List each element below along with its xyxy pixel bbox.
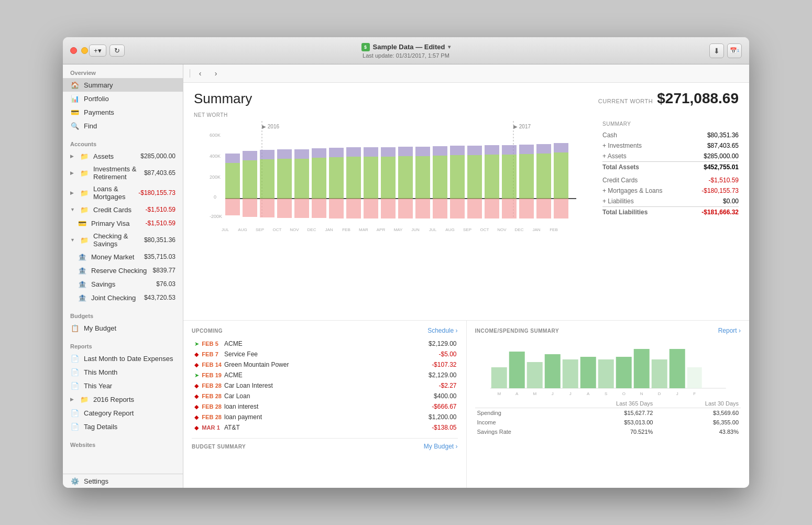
sidebar-item-this-month[interactable]: 📄 This Month <box>63 365 183 379</box>
svg-rect-38 <box>381 147 396 157</box>
svg-rect-61 <box>519 154 534 199</box>
svg-rect-66 <box>536 199 551 218</box>
sidebar-item-savings[interactable]: 🏦 Savings $76.03 <box>63 277 183 291</box>
sidebar-item-label: My Budget <box>84 324 175 332</box>
portfolio-icon: 📊 <box>70 94 80 103</box>
summary-header: Summary CURRENT WORTH $271,088.69 <box>183 83 749 112</box>
sidebar-item-settings-label: Settings <box>84 477 175 485</box>
net-worth-chart: NET WORTH ▶ 2016 ▶ 2017 600K 400K 200K <box>194 112 592 315</box>
svg-rect-52 <box>467 155 482 199</box>
col-header: Last 30 Days <box>655 399 741 408</box>
svg-rect-29 <box>329 148 344 157</box>
income-table: Last 365 Days Last 30 Days Spending $15,… <box>475 399 741 436</box>
summary-icon: 🏠 <box>70 80 80 90</box>
calendar-button[interactable]: 📅1 <box>727 43 742 58</box>
sidebar-item-portfolio[interactable]: 📊 Portfolio <box>63 92 183 105</box>
sidebar-item-label: Credit Cards <box>93 206 141 214</box>
svg-rect-25 <box>312 158 326 199</box>
row-value: $452,755.01 <box>687 162 739 173</box>
nav-back-button[interactable]: ‹ <box>194 68 206 79</box>
close-button[interactable] <box>70 47 77 54</box>
summary-label: SUMMARY <box>602 121 739 127</box>
sidebar-item-investments[interactable]: ▶ 📁 Investments & Retirement $87,403.65 <box>63 163 183 183</box>
svg-text:OCT: OCT <box>273 227 282 232</box>
sidebar-item-settings[interactable]: ⚙️ Settings <box>63 474 183 488</box>
refresh-button[interactable]: ↻ <box>109 45 125 57</box>
svg-rect-54 <box>467 199 482 218</box>
sidebar-item-assets[interactable]: ▶ 📁 Assets $285,000.00 <box>63 149 183 163</box>
table-row: ◆ FEB 28 Car Loan $400.00 <box>192 391 458 401</box>
sidebar-item-summary[interactable]: 🏠 Summary <box>63 78 183 92</box>
svg-text:DEC: DEC <box>308 227 316 232</box>
net-worth-label: NET WORTH <box>194 112 592 118</box>
sidebar-item-loans[interactable]: ▶ 📁 Loans & Mortgages -$180,155.73 <box>63 183 183 203</box>
sidebar-item-reserve-checking[interactable]: 🏦 Reserve Checking $839.77 <box>63 264 183 277</box>
svg-text:SEP: SEP <box>256 227 264 232</box>
savings-value: $76.03 <box>156 280 175 288</box>
schedule-link[interactable]: Schedule › <box>427 327 457 334</box>
svg-text:S: S <box>605 391 607 396</box>
checking-savings-value: $80,351.36 <box>144 236 175 244</box>
content-area: ‹ › Summary CURRENT WORTH $271,088.69 NE… <box>183 64 749 488</box>
report-icon: 📄 <box>70 354 80 363</box>
month-label: FEB <box>202 393 213 399</box>
month-label: MAR <box>202 424 215 431</box>
sidebar-item-category-report[interactable]: 📄 Category Report <box>63 406 183 420</box>
svg-rect-23 <box>294 149 309 159</box>
sidebar-item-primary-visa[interactable]: 💳 Primary Visa -$1,510.59 <box>63 216 183 230</box>
report-link[interactable]: Report › <box>718 327 741 334</box>
title-dropdown-icon[interactable]: ▾ <box>448 44 451 50</box>
svg-rect-32 <box>346 147 361 157</box>
sidebar-item-find[interactable]: 🔍 Find <box>63 119 183 133</box>
svg-rect-13 <box>243 160 257 199</box>
budgets-section-label: Budgets <box>63 308 183 321</box>
svg-text:NOV: NOV <box>290 227 299 232</box>
update-bar: Last update: 01/31/2017, 1:57 PM <box>363 52 449 59</box>
amount-cell: -$666.67 <box>385 401 458 412</box>
sidebar-item-label: Money Market <box>91 253 140 261</box>
primary-visa-icon: 💳 <box>78 218 87 228</box>
svg-text:0: 0 <box>214 194 216 200</box>
row-value: -$1,510.59 <box>687 172 739 185</box>
investments-icon: 📁 <box>80 168 89 178</box>
svg-text:400K: 400K <box>210 154 221 159</box>
svg-rect-45 <box>415 199 430 218</box>
expand-arrow-icon: ▶ <box>70 190 75 195</box>
download-button[interactable]: ⬇ <box>709 43 724 58</box>
row-label: Spending <box>475 408 562 418</box>
svg-text:J: J <box>551 391 553 396</box>
sidebar-item-2016-reports[interactable]: ▶ 📁 2016 Reports <box>63 392 183 406</box>
sidebar-item-payments[interactable]: 💳 Payments <box>63 105 183 119</box>
my-budget-link[interactable]: My Budget › <box>424 443 458 450</box>
main-window: +▾ ↻ $ Sample Data — Edited ▾ Last updat… <box>63 37 749 488</box>
sidebar-item-credit-cards[interactable]: ▼ 📁 Credit Cards -$1,510.59 <box>63 203 183 216</box>
amount-cell: $1,200.00 <box>385 412 458 422</box>
add-button[interactable]: +▾ <box>89 45 106 57</box>
sidebar-item-my-budget[interactable]: 📋 My Budget <box>63 321 183 335</box>
svg-rect-15 <box>243 199 257 217</box>
sidebar-item-label: Assets <box>93 152 136 160</box>
sidebar-item-joint-checking[interactable]: 🏦 Joint Checking $43,720.53 <box>63 291 183 304</box>
table-row: Cash $80,351.36 <box>602 130 739 140</box>
row-label: Cash <box>602 130 687 140</box>
svg-text:A: A <box>587 391 590 396</box>
svg-text:F: F <box>693 391 696 396</box>
date-cell: ◆ FEB 7 <box>192 349 223 359</box>
sidebar-item-this-year[interactable]: 📄 This Year <box>63 379 183 392</box>
svg-rect-39 <box>381 199 396 218</box>
svg-rect-55 <box>485 155 499 199</box>
table-row: ➤ FEB 5 ACME $2,129.00 <box>192 338 458 349</box>
credit-cards-icon: 📁 <box>80 205 89 214</box>
reports-folder-icon: 📁 <box>80 395 89 404</box>
table-row: + Assets $285,000.00 <box>602 151 739 162</box>
nav-forward-button[interactable]: › <box>210 68 222 79</box>
reserve-checking-icon: 🏦 <box>78 266 87 275</box>
sidebar-item-tag-details[interactable]: 📄 Tag Details <box>63 420 183 433</box>
sidebar-item-last-month-expenses[interactable]: 📄 Last Month to Date Expenses <box>63 352 183 365</box>
svg-rect-63 <box>519 199 534 218</box>
title-row: $ Sample Data — Edited ▾ <box>361 43 451 51</box>
sidebar-item-checking-savings[interactable]: ▼ 📁 Checking & Savings $80,351.36 <box>63 230 183 250</box>
upcoming-panel-header: UPCOMING Schedule › <box>192 327 458 334</box>
minimize-button[interactable] <box>81 47 88 54</box>
sidebar-item-money-market[interactable]: 🏦 Money Market $35,715.03 <box>63 250 183 264</box>
